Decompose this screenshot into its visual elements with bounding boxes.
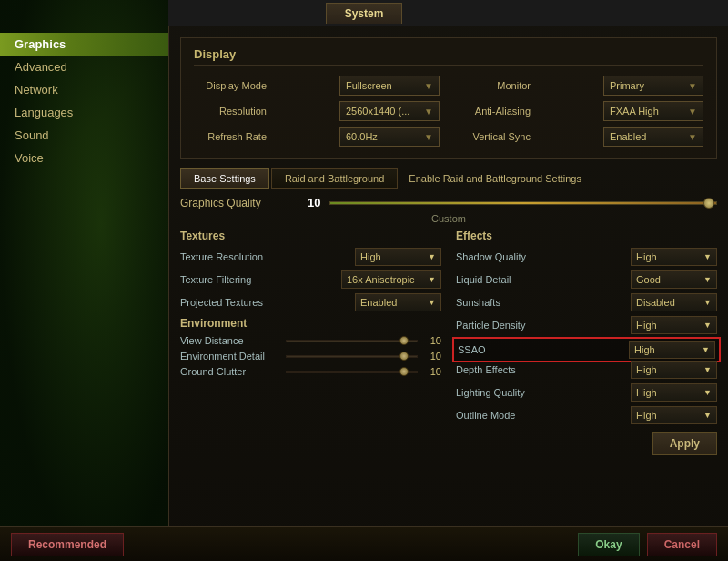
- cancel-button[interactable]: Cancel: [647, 533, 717, 556]
- display-mode-label: Display Mode: [194, 80, 267, 91]
- resolution-row: Resolution 2560x1440 (... ▼: [194, 98, 440, 124]
- effects-title: Effects: [456, 230, 717, 242]
- textures-title: Textures: [180, 230, 441, 242]
- chevron-down-icon: ▼: [688, 81, 697, 91]
- graphics-quality-slider[interactable]: [329, 197, 717, 209]
- display-section: Display Display Mode Fullscreen ▼: [180, 37, 717, 159]
- ssao-row: SSAO High ▼: [452, 337, 721, 362]
- sunshafts-row: Sunshafts Disabled ▼: [456, 293, 717, 311]
- resolution-dropdown[interactable]: 2560x1440 (... ▼: [339, 101, 440, 121]
- sidebar-item-sound[interactable]: Sound: [0, 124, 168, 147]
- sidebar-item-voice[interactable]: Voice: [0, 147, 168, 169]
- apply-area: Apply: [456, 432, 717, 455]
- outline-mode-dropdown[interactable]: High ▼: [631, 406, 717, 424]
- chevron-down-icon: ▼: [428, 252, 436, 261]
- refresh-rate-dropdown[interactable]: 60.0Hz ▼: [339, 127, 440, 147]
- footer-left: Recommended: [11, 533, 124, 556]
- shadow-quality-label: Shadow Quality: [456, 251, 631, 262]
- tab-base-settings[interactable]: Base Settings: [180, 168, 269, 189]
- ground-clutter-value: 10: [423, 366, 441, 377]
- lighting-quality-row: Lighting Quality High ▼: [456, 383, 717, 402]
- monitor-dropdown[interactable]: Primary ▼: [603, 76, 703, 96]
- projected-textures-label: Projected Textures: [180, 297, 355, 308]
- footer: Recommended Okay Cancel: [0, 526, 728, 561]
- anti-aliasing-label: Anti-Aliasing: [458, 106, 531, 117]
- chevron-down-icon: ▼: [703, 365, 712, 374]
- liquid-detail-label: Liquid Detail: [456, 274, 631, 285]
- sidebar-item-advanced[interactable]: Advanced: [0, 56, 168, 78]
- sunshafts-label: Sunshafts: [456, 297, 631, 308]
- chevron-down-icon: ▼: [703, 275, 712, 284]
- chevron-down-icon: ▼: [703, 298, 712, 307]
- texture-filtering-dropdown[interactable]: 16x Anisotropic ▼: [341, 270, 441, 289]
- okay-button[interactable]: Okay: [578, 533, 639, 556]
- liquid-detail-row: Liquid Detail Good ▼: [456, 270, 717, 289]
- vsync-row: Vertical Sync Enabled ▼: [458, 124, 703, 149]
- environment-title: Environment: [180, 317, 441, 330]
- projected-textures-row: Projected Textures Enabled ▼: [180, 293, 441, 311]
- tab-raid-battleground[interactable]: Raid and Battleground: [271, 168, 398, 189]
- settings-columns: Textures Texture Resolution High ▼ Textu…: [180, 230, 717, 455]
- view-distance-label: View Distance: [180, 335, 280, 346]
- ground-clutter-slider[interactable]: [286, 367, 418, 376]
- title-bar: System: [0, 0, 728, 26]
- enable-raid-label[interactable]: Enable Raid and Battleground Settings: [409, 173, 581, 184]
- chevron-down-icon: ▼: [424, 107, 433, 117]
- chevron-down-icon: ▼: [703, 388, 712, 397]
- chevron-down-icon: ▼: [703, 252, 712, 261]
- recommended-button[interactable]: Recommended: [11, 533, 124, 556]
- monitor-row: Monitor Primary ▼: [458, 73, 703, 98]
- apply-button-inner[interactable]: Apply: [652, 432, 717, 455]
- lighting-quality-dropdown[interactable]: High ▼: [631, 383, 717, 402]
- ground-clutter-row: Ground Clutter 10: [180, 366, 441, 377]
- depth-effects-row: Depth Effects High ▼: [456, 361, 717, 379]
- texture-resolution-label: Texture Resolution: [180, 251, 355, 262]
- monitor-label: Monitor: [458, 80, 531, 91]
- environment-section: Environment View Distance 10 Envir: [180, 317, 441, 377]
- ground-clutter-label: Ground Clutter: [180, 366, 280, 377]
- projected-textures-dropdown[interactable]: Enabled ▼: [355, 293, 441, 311]
- settings-tabs: Base Settings Raid and Battleground Enab…: [180, 168, 717, 189]
- main-panel: Display Display Mode Fullscreen ▼: [168, 26, 728, 526]
- view-distance-slider[interactable]: [286, 336, 418, 345]
- sidebar-item-network[interactable]: Network: [0, 78, 168, 101]
- graphics-quality-value: 10: [308, 196, 320, 209]
- environment-detail-slider[interactable]: [286, 352, 418, 361]
- ssao-dropdown[interactable]: High ▼: [629, 341, 715, 359]
- texture-filtering-label: Texture Filtering: [180, 274, 341, 285]
- environment-detail-label: Environment Detail: [180, 351, 280, 362]
- chevron-down-icon: ▼: [428, 298, 436, 307]
- view-distance-row: View Distance 10: [180, 335, 441, 346]
- chevron-down-icon: ▼: [424, 81, 433, 91]
- display-section-title: Display: [194, 47, 703, 66]
- footer-right: Okay Cancel: [578, 533, 717, 556]
- sidebar-item-languages[interactable]: Languages: [0, 101, 168, 124]
- particle-density-row: Particle Density High ▼: [456, 316, 717, 334]
- liquid-detail-dropdown[interactable]: Good ▼: [631, 270, 717, 289]
- chevron-down-icon: ▼: [702, 345, 710, 354]
- shadow-quality-dropdown[interactable]: High ▼: [631, 248, 717, 266]
- display-mode-row: Display Mode Fullscreen ▼: [194, 73, 440, 98]
- depth-effects-dropdown[interactable]: High ▼: [631, 361, 717, 379]
- vsync-dropdown[interactable]: Enabled ▼: [603, 127, 703, 147]
- chevron-down-icon: ▼: [688, 107, 697, 117]
- refresh-rate-label: Refresh Rate: [194, 131, 267, 142]
- chevron-down-icon: ▼: [428, 275, 436, 284]
- sunshafts-dropdown[interactable]: Disabled ▼: [631, 293, 717, 311]
- outline-mode-row: Outline Mode High ▼: [456, 406, 717, 424]
- lighting-quality-label: Lighting Quality: [456, 387, 631, 398]
- graphics-quality-label: Graphics Quality: [180, 197, 289, 209]
- texture-resolution-dropdown[interactable]: High ▼: [355, 248, 441, 266]
- particle-density-label: Particle Density: [456, 320, 631, 331]
- particle-density-dropdown[interactable]: High ▼: [631, 316, 717, 334]
- outline-mode-label: Outline Mode: [456, 410, 631, 421]
- anti-aliasing-row: Anti-Aliasing FXAA High ▼: [458, 98, 703, 124]
- vsync-label: Vertical Sync: [458, 131, 531, 142]
- environment-detail-row: Environment Detail 10: [180, 351, 441, 362]
- anti-aliasing-dropdown[interactable]: FXAA High ▼: [603, 101, 703, 121]
- view-distance-value: 10: [423, 335, 441, 346]
- display-mode-dropdown[interactable]: Fullscreen ▼: [339, 76, 440, 96]
- sidebar-item-graphics[interactable]: Graphics: [0, 33, 168, 56]
- quality-preset-label: Custom: [180, 213, 717, 224]
- chevron-down-icon: ▼: [688, 132, 697, 142]
